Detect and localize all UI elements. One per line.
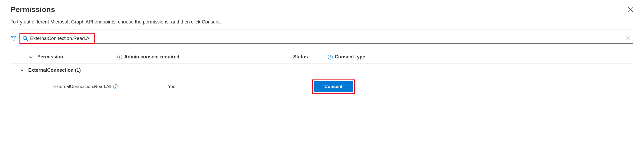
- chevron-down-icon[interactable]: [29, 55, 33, 59]
- search-icon: [23, 36, 28, 41]
- group-row[interactable]: ExternalConnection (1): [11, 64, 633, 77]
- search-input[interactable]: [30, 36, 626, 41]
- info-icon[interactable]: i: [117, 55, 122, 59]
- table-header: Permission i Admin consent required Stat…: [11, 50, 633, 64]
- status-cell: Consent: [312, 79, 368, 94]
- filter-icon[interactable]: [11, 35, 17, 41]
- table-row: ExternalConnection.Read.All i Yes Consen…: [11, 77, 633, 97]
- permission-name-text: ExternalConnection.Read.All: [53, 84, 111, 89]
- highlight-box: Consent: [312, 79, 355, 94]
- consent-button[interactable]: Consent: [314, 81, 353, 92]
- chevron-down-icon[interactable]: [20, 68, 24, 73]
- group-name: ExternalConnection (1): [28, 67, 633, 73]
- column-status[interactable]: Status: [293, 54, 328, 60]
- page-description: To try out different Microsoft Graph API…: [11, 19, 633, 25]
- divider: [11, 30, 633, 30]
- column-admin-label: Admin consent required: [124, 54, 179, 60]
- permission-name-cell: ExternalConnection.Read.All i: [53, 84, 168, 89]
- svg-point-0: [23, 36, 27, 40]
- divider: [11, 47, 633, 47]
- close-icon[interactable]: [628, 7, 633, 12]
- column-permission[interactable]: Permission: [37, 54, 117, 60]
- info-icon[interactable]: i: [113, 84, 118, 89]
- clear-search-icon[interactable]: [626, 36, 630, 41]
- column-admin-consent[interactable]: i Admin consent required: [117, 54, 293, 60]
- column-consent-type-label: Consent type: [335, 54, 365, 60]
- search-container: [20, 33, 633, 44]
- column-consent-type[interactable]: i Consent type: [328, 54, 633, 60]
- admin-required-cell: Yes: [168, 84, 312, 89]
- info-icon[interactable]: i: [328, 55, 333, 59]
- page-title: Permissions: [11, 5, 55, 14]
